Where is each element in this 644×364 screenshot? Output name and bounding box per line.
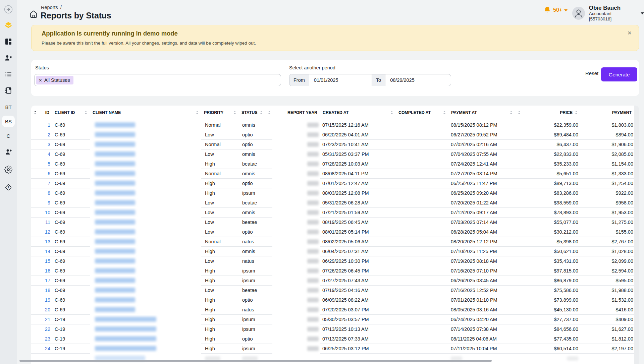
cell-name bbox=[90, 178, 201, 188]
vertical-scrollbar[interactable] bbox=[634, 106, 639, 364]
home-icon bbox=[30, 10, 38, 18]
cell-clientid: C-69 bbox=[52, 149, 90, 159]
col-header-created-at[interactable]: CREATED AT bbox=[323, 110, 348, 115]
col-header-client-name[interactable]: CLIENT NAME bbox=[93, 110, 121, 115]
cell-year bbox=[272, 314, 320, 324]
reset-button[interactable]: Reset bbox=[585, 70, 598, 76]
sort-icon[interactable] bbox=[260, 111, 263, 114]
user-menu[interactable]: Obie Bauch Accountant [55703018] bbox=[572, 5, 644, 22]
list-icon bbox=[4, 70, 12, 78]
report-id-link[interactable]: 2 bbox=[48, 132, 50, 137]
cell-payment: $2,197.00 bbox=[580, 344, 634, 353]
sort-icon[interactable] bbox=[85, 111, 87, 114]
col-header-price[interactable]: PRICE bbox=[560, 110, 573, 115]
report-id-link[interactable]: 9 bbox=[48, 200, 50, 205]
status-select[interactable]: ✕ All Statuses bbox=[34, 74, 281, 86]
report-id-link[interactable]: 7 bbox=[48, 181, 50, 186]
sort-icon-id[interactable] bbox=[34, 111, 37, 114]
col-header-client-id[interactable]: CLIENT ID bbox=[55, 110, 75, 115]
report-id-link[interactable]: 24 bbox=[45, 346, 50, 351]
report-id-link[interactable]: 15 bbox=[45, 258, 50, 264]
cell-status: omnis bbox=[239, 169, 272, 178]
app-logo[interactable] bbox=[4, 21, 13, 29]
from-date-input[interactable]: 01/01/2025 bbox=[309, 74, 372, 86]
col-header-priority[interactable]: PRIORITY bbox=[204, 110, 223, 115]
chevron-down-icon bbox=[641, 12, 644, 14]
cell-created: 05/31/2025 06:28 AM bbox=[320, 198, 396, 207]
sidebar-collapse-button[interactable] bbox=[4, 5, 13, 14]
cell-created: 05/31/2025 03:37 PM bbox=[320, 149, 396, 159]
sort-icon[interactable] bbox=[575, 111, 578, 114]
sidebar-item-bs-active[interactable]: BS bbox=[2, 116, 15, 127]
sort-icon[interactable] bbox=[443, 111, 446, 114]
report-id-link[interactable]: 22 bbox=[45, 326, 50, 332]
cell-price: $22,359.00 bbox=[523, 120, 580, 130]
sort-icon[interactable] bbox=[233, 111, 236, 114]
report-id-link[interactable]: 13 bbox=[45, 239, 50, 244]
breadcrumb-separator: / bbox=[60, 5, 62, 10]
report-id-link[interactable]: 20 bbox=[45, 307, 50, 312]
report-id-link[interactable]: 21 bbox=[45, 317, 50, 322]
close-icon[interactable]: × bbox=[625, 28, 634, 37]
notifications-button[interactable]: 50+ bbox=[543, 6, 568, 14]
breadcrumb-link-reports[interactable]: Reports bbox=[41, 5, 58, 10]
sidebar-item-journal[interactable] bbox=[4, 86, 12, 95]
sidebar-item-clients[interactable] bbox=[4, 54, 12, 62]
report-id-link[interactable]: 14 bbox=[45, 249, 50, 254]
col-header-id[interactable]: ID bbox=[45, 110, 49, 115]
cell-name bbox=[90, 266, 201, 276]
cell-clientid: C-69 bbox=[52, 207, 90, 217]
app-root: { "sidebar": { "items_letters": { "bt": … bbox=[0, 0, 644, 364]
report-id-link[interactable]: 4 bbox=[48, 151, 50, 157]
col-header-payment-at[interactable]: PAYMENT AT bbox=[451, 110, 477, 115]
report-id-link[interactable]: 16 bbox=[45, 268, 50, 274]
cell-payment: $1,812.00 bbox=[580, 334, 634, 344]
report-id-link[interactable]: 3 bbox=[48, 142, 50, 147]
sort-icon[interactable] bbox=[390, 111, 393, 114]
cell-status: beatae bbox=[239, 285, 272, 295]
report-id-link[interactable]: 23 bbox=[45, 336, 50, 342]
cell-created: 08/03/2025 12:08 PM bbox=[320, 188, 396, 198]
horizontal-scrollbar[interactable] bbox=[19, 360, 492, 362]
cell-payat: 07/11/2025 10:04 PM bbox=[448, 344, 523, 353]
sidebar-item-help[interactable]: ? bbox=[4, 183, 12, 191]
sort-icon[interactable] bbox=[518, 111, 521, 114]
report-id-link[interactable]: 17 bbox=[45, 278, 50, 283]
sidebar-item-c[interactable]: C bbox=[2, 130, 15, 141]
home-button[interactable] bbox=[30, 10, 38, 18]
report-id-link[interactable]: 10 bbox=[45, 210, 50, 215]
report-id-link[interactable]: 19 bbox=[45, 297, 50, 303]
sort-icon[interactable] bbox=[196, 111, 199, 114]
report-id-link[interactable]: 1 bbox=[48, 122, 50, 128]
table-body: 1C-69Normalomnis07/15/2025 12:16 AM08/15… bbox=[31, 120, 634, 363]
sidebar-item-dashboard[interactable] bbox=[4, 38, 12, 46]
sort-icon[interactable] bbox=[510, 111, 513, 114]
sort-icon[interactable] bbox=[268, 111, 271, 114]
cell-created: 07/19/2025 04:16 AM bbox=[320, 285, 396, 295]
cell-id: 12 bbox=[31, 227, 52, 237]
report-id-link[interactable]: 18 bbox=[45, 288, 50, 293]
cell-status: optio bbox=[239, 295, 272, 305]
cell-price: $73,899.00 bbox=[523, 295, 580, 305]
table-row: 24C-19Highipsum06/25/2025 03:12 PM07/11/… bbox=[31, 344, 634, 353]
sidebar-item-bt[interactable]: BT bbox=[2, 101, 15, 113]
report-id-link[interactable]: 5 bbox=[48, 161, 50, 167]
redacted-report-year bbox=[307, 239, 319, 244]
col-header-completed-at[interactable]: COMPLETED AT bbox=[398, 110, 431, 115]
sidebar-item-add-user[interactable] bbox=[4, 148, 12, 156]
col-header-payment[interactable]: PAYMENT bbox=[612, 110, 632, 115]
redacted-report-year bbox=[307, 307, 319, 312]
col-header-report-year[interactable]: REPORT YEAR bbox=[287, 110, 317, 115]
report-id-link[interactable]: 11 bbox=[45, 220, 50, 225]
sidebar-item-settings[interactable] bbox=[4, 166, 12, 174]
report-id-link[interactable]: 8 bbox=[48, 190, 50, 196]
cell-price: $45,130.00 bbox=[523, 305, 580, 314]
remove-tag-icon[interactable]: ✕ bbox=[39, 78, 42, 82]
report-id-link[interactable]: 6 bbox=[48, 171, 50, 176]
cell-status: beatae bbox=[239, 159, 272, 169]
sidebar-item-list[interactable] bbox=[4, 70, 12, 78]
col-header-status[interactable]: STATUS bbox=[241, 110, 258, 115]
report-id-link[interactable]: 12 bbox=[45, 229, 50, 235]
to-date-input[interactable]: 08/29/2025 bbox=[385, 74, 419, 86]
generate-button[interactable]: Generate bbox=[601, 67, 637, 81]
